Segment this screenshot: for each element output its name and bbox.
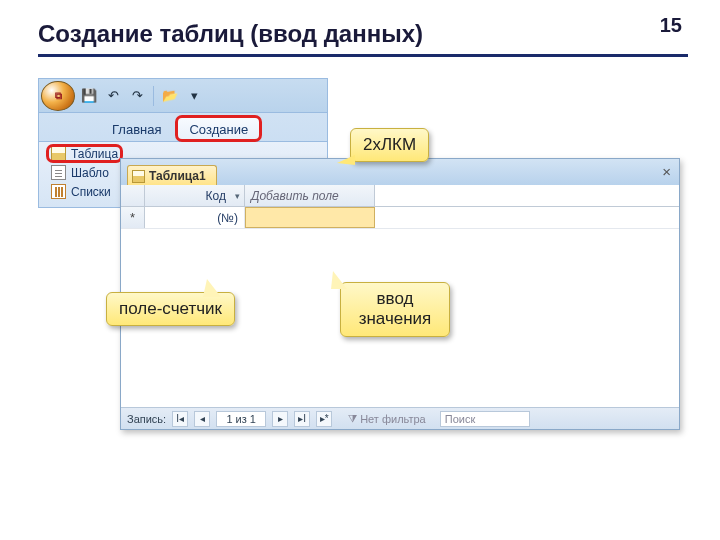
datasheet-tab-label: Таблица1 <box>149 169 206 183</box>
column-header-add-field[interactable]: Добавить поле <box>245 185 375 206</box>
new-record-row[interactable]: * (№) <box>121 207 679 229</box>
record-navigator: Запись: I◂ ◂ 1 из 1 ▸ ▸I ▸* ⧩ Нет фильтр… <box>121 407 679 429</box>
select-all-corner[interactable] <box>121 185 145 206</box>
filter-status[interactable]: ⧩ Нет фильтра <box>348 412 426 425</box>
nav-prev-icon[interactable]: ◂ <box>194 411 210 427</box>
filter-label: Нет фильтра <box>360 413 426 425</box>
ribbon-button-label: Таблица <box>71 147 118 161</box>
datasheet-tab[interactable]: Таблица1 <box>127 165 217 185</box>
row-selector-new[interactable]: * <box>121 207 145 228</box>
qat-dropdown-icon[interactable]: ▾ <box>184 86 204 106</box>
callout-input-value: ввод значения <box>340 282 450 337</box>
callout-doubleclick: 2хЛКМ <box>350 128 429 162</box>
record-position[interactable]: 1 из 1 <box>216 411 266 427</box>
slide-number: 15 <box>660 14 682 37</box>
redo-icon[interactable]: ↷ <box>127 86 147 106</box>
office-button[interactable]: ⧉ <box>41 81 75 111</box>
nav-first-icon[interactable]: I◂ <box>172 411 188 427</box>
column-header-id[interactable]: Код ▾ <box>145 185 245 206</box>
chevron-down-icon[interactable]: ▾ <box>235 191 240 201</box>
funnel-icon: ⧩ <box>348 412 357 425</box>
save-icon[interactable]: 💾 <box>79 86 99 106</box>
callout-counter-field: поле-счетчик <box>106 292 235 326</box>
callout-text: ввод значения <box>359 289 432 328</box>
column-header-label: Добавить поле <box>251 189 339 203</box>
callout-tail <box>203 279 221 297</box>
table-icon <box>132 170 145 183</box>
ribbon-tabs: Главная Создание <box>39 113 327 141</box>
datasheet-tabbar: Таблица1 × <box>121 159 679 185</box>
callout-tail <box>331 271 347 289</box>
column-header-label: Код <box>206 189 226 203</box>
title-rule <box>38 54 688 57</box>
separator <box>153 86 154 106</box>
cell-value-input[interactable] <box>245 207 375 228</box>
callout-text: 2хЛКМ <box>363 135 416 154</box>
column-header-row: Код ▾ Добавить поле <box>121 185 679 207</box>
quick-access-toolbar: ⧉ 💾 ↶ ↷ 📂 ▾ <box>39 79 327 113</box>
list-icon <box>51 184 66 199</box>
template-icon <box>51 165 66 180</box>
ribbon-button-label: Шабло <box>71 166 109 180</box>
cell-id-new: (№) <box>145 207 245 228</box>
ribbon-button-lists[interactable]: Списки <box>47 183 115 200</box>
nav-new-icon[interactable]: ▸* <box>316 411 332 427</box>
search-input[interactable]: Поиск <box>440 411 530 427</box>
ribbon-button-label: Списки <box>71 185 111 199</box>
record-label: Запись: <box>127 413 166 425</box>
undo-icon[interactable]: ↶ <box>103 86 123 106</box>
nav-next-icon[interactable]: ▸ <box>272 411 288 427</box>
nav-last-icon[interactable]: ▸I <box>294 411 310 427</box>
ribbon-button-templates[interactable]: Шабло <box>47 164 113 181</box>
slide-title: Создание таблиц (ввод данных) <box>38 20 423 48</box>
callout-tail <box>337 155 355 165</box>
tab-home[interactable]: Главная <box>99 116 174 141</box>
open-folder-icon[interactable]: 📂 <box>160 86 180 106</box>
ribbon-button-table[interactable]: Таблица <box>47 145 122 162</box>
close-icon[interactable]: × <box>662 163 671 180</box>
tab-create[interactable]: Создание <box>176 116 261 141</box>
table-icon <box>51 146 66 161</box>
callout-text: поле-счетчик <box>119 299 222 318</box>
